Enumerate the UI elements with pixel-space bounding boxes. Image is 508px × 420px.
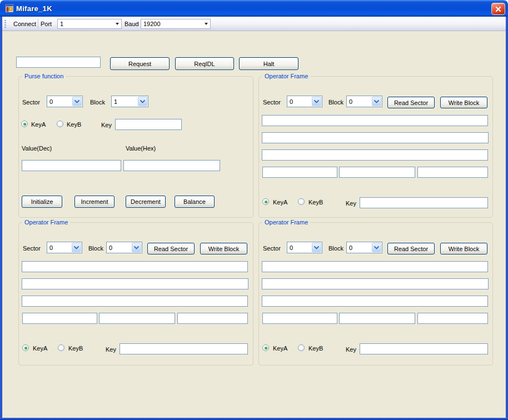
data-cell-input[interactable] bbox=[417, 167, 488, 178]
keyb-radio[interactable] bbox=[298, 344, 305, 351]
keyb-label: KeyB bbox=[308, 199, 323, 206]
operator-frame: Operator Frame Sector 0 Block 0 Read Sec… bbox=[258, 222, 493, 366]
data-cell-input[interactable] bbox=[339, 167, 415, 178]
sector-label: Sector bbox=[23, 245, 41, 252]
data-row-input[interactable] bbox=[262, 132, 489, 143]
close-button[interactable] bbox=[491, 3, 505, 15]
sector-select[interactable]: 0 bbox=[47, 242, 82, 253]
data-row-input[interactable] bbox=[262, 149, 488, 161]
app-window: Mifare_1K Connect Port 1 Baud 19200 bbox=[0, 0, 508, 420]
data-cell-input[interactable] bbox=[177, 313, 248, 324]
value-dec-input[interactable] bbox=[22, 160, 121, 171]
key-label: Key bbox=[346, 346, 356, 353]
data-row-input[interactable] bbox=[262, 115, 488, 126]
keya-radio[interactable] bbox=[21, 121, 28, 127]
keya-radio[interactable] bbox=[262, 198, 269, 205]
block-select[interactable]: 0 bbox=[106, 242, 142, 253]
chevron-down-icon[interactable] bbox=[312, 243, 321, 252]
key-input[interactable] bbox=[119, 343, 248, 354]
data-row-input[interactable] bbox=[22, 278, 248, 289]
request-button[interactable]: Request bbox=[110, 57, 170, 70]
groupbox-title: Operator Frame bbox=[22, 218, 70, 226]
titlebar[interactable]: Mifare_1K bbox=[0, 0, 508, 17]
chevron-down-icon[interactable] bbox=[138, 97, 147, 106]
window-border-bottom bbox=[0, 418, 508, 420]
block-select[interactable]: 0 bbox=[346, 96, 382, 107]
keya-radio[interactable] bbox=[262, 344, 269, 351]
keya-radio[interactable] bbox=[22, 344, 29, 351]
purse-function-group: Purse function Sector 0 Block 1 KeyA Key… bbox=[18, 76, 253, 218]
sector-value: 0 bbox=[47, 98, 72, 105]
data-cell-input[interactable] bbox=[417, 313, 488, 324]
value-hex-label: Value(Hex) bbox=[126, 145, 156, 152]
chevron-down-icon[interactable] bbox=[132, 243, 141, 252]
toolbar-separator bbox=[38, 19, 38, 28]
data-row-input[interactable] bbox=[262, 278, 489, 289]
toolbar: Connect Port 1 Baud 19200 bbox=[2, 17, 506, 31]
block-select[interactable]: 0 bbox=[346, 242, 382, 253]
window-border-right bbox=[506, 17, 508, 418]
sector-value: 0 bbox=[287, 98, 311, 105]
chevron-down-icon[interactable] bbox=[372, 243, 381, 252]
key-label: Key bbox=[106, 346, 116, 353]
port-value: 1 bbox=[58, 21, 113, 27]
data-cell-input[interactable] bbox=[262, 313, 337, 324]
sector-value: 0 bbox=[47, 244, 71, 251]
key-input[interactable] bbox=[360, 197, 488, 208]
chevron-down-icon[interactable] bbox=[113, 19, 121, 28]
block-label: Block bbox=[90, 99, 105, 106]
chevron-down-icon[interactable] bbox=[202, 19, 210, 28]
toolbar-grip[interactable] bbox=[4, 20, 6, 28]
client-area: Request ReqIDL Halt Purse function Secto… bbox=[2, 31, 506, 418]
keyb-radio[interactable] bbox=[57, 121, 63, 127]
data-cell-input[interactable] bbox=[339, 313, 415, 324]
keyb-radio[interactable] bbox=[58, 344, 64, 351]
initialize-button[interactable]: Initialize bbox=[22, 196, 62, 208]
chevron-down-icon[interactable] bbox=[312, 97, 321, 106]
block-value: 0 bbox=[347, 98, 371, 105]
read-sector-button[interactable]: Read Sector bbox=[387, 97, 435, 108]
port-select[interactable]: 1 bbox=[57, 19, 122, 29]
write-block-button[interactable]: Write Block bbox=[440, 243, 487, 254]
operator-frame: Operator Frame Sector 0 Block 0 Read Sec… bbox=[258, 76, 493, 218]
data-cell-input[interactable] bbox=[262, 167, 337, 178]
data-row-input[interactable] bbox=[262, 261, 488, 272]
value-hex-input[interactable] bbox=[123, 160, 220, 171]
sector-select[interactable]: 0 bbox=[287, 96, 322, 107]
keyb-radio[interactable] bbox=[298, 198, 305, 205]
block-label: Block bbox=[88, 245, 103, 252]
chevron-down-icon[interactable] bbox=[72, 97, 82, 106]
key-input[interactable] bbox=[360, 343, 488, 354]
data-row-input[interactable] bbox=[262, 296, 488, 307]
data-row-input[interactable] bbox=[22, 296, 248, 307]
groupbox-title: Purse function bbox=[22, 72, 66, 80]
reqidl-button[interactable]: ReqIDL bbox=[175, 57, 234, 70]
keya-label: KeyA bbox=[31, 121, 46, 128]
halt-button[interactable]: Halt bbox=[239, 57, 298, 70]
write-block-button[interactable]: Write Block bbox=[200, 243, 247, 254]
block-select[interactable]: 1 bbox=[111, 96, 148, 107]
increment-button[interactable]: Increment bbox=[74, 196, 114, 208]
decrement-button[interactable]: Decrement bbox=[126, 196, 166, 208]
data-cell-input[interactable] bbox=[99, 313, 175, 324]
baud-label: Baud bbox=[124, 21, 139, 27]
sector-select[interactable]: 0 bbox=[287, 242, 322, 253]
serial-input[interactable] bbox=[16, 57, 101, 68]
baud-select[interactable]: 19200 bbox=[141, 19, 211, 29]
data-cell-input[interactable] bbox=[22, 313, 97, 324]
operator-frame: Operator Frame Sector 0 Block 0 Read Sec… bbox=[18, 222, 253, 366]
block-value: 0 bbox=[107, 244, 131, 251]
groupbox-title: Operator Frame bbox=[262, 218, 310, 226]
write-block-button[interactable]: Write Block bbox=[440, 97, 487, 108]
chevron-down-icon[interactable] bbox=[72, 243, 81, 252]
connect-button[interactable]: Connect bbox=[9, 19, 41, 29]
key-input[interactable] bbox=[115, 119, 182, 130]
balance-button[interactable]: Balance bbox=[175, 196, 215, 208]
port-label: Port bbox=[41, 21, 52, 27]
data-row-input[interactable] bbox=[22, 261, 248, 272]
sector-select[interactable]: 0 bbox=[47, 96, 83, 107]
read-sector-button[interactable]: Read Sector bbox=[147, 243, 195, 254]
read-sector-button[interactable]: Read Sector bbox=[387, 243, 435, 254]
chevron-down-icon[interactable] bbox=[372, 97, 381, 106]
sector-value: 0 bbox=[287, 244, 311, 251]
